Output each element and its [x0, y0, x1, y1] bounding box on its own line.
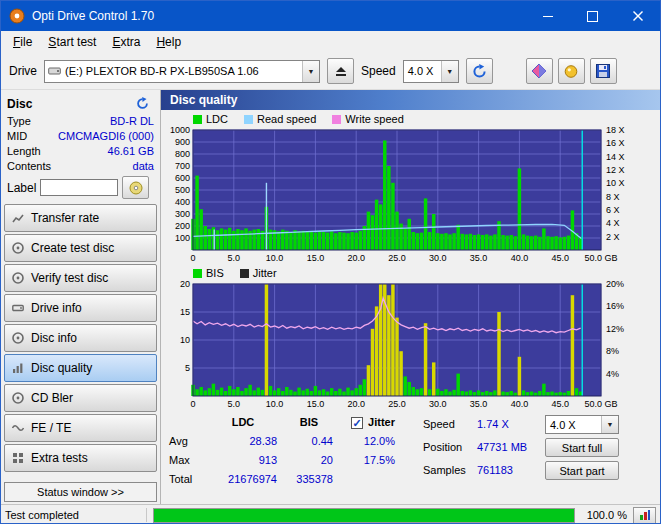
speed-select[interactable]: 4.0 X ▼ [403, 60, 459, 83]
minimize-button[interactable] [525, 1, 570, 31]
svg-text:45.0: 45.0 [551, 253, 569, 263]
status-window-button[interactable]: Status window >> [4, 482, 157, 502]
sidebar-button-label: Create test disc [31, 241, 114, 255]
content-panel: Disc quality LDCRead speedWrite speed 10… [161, 90, 660, 504]
sidebar-button-extra-tests[interactable]: Extra tests [4, 444, 157, 472]
legend-label: Jitter [253, 267, 277, 279]
statusbar: Test completed 100.0 % [1, 504, 660, 524]
stat-row-label: Max [167, 453, 205, 468]
disc-label-input[interactable] [40, 179, 118, 196]
info-value: 46.61 GB [108, 145, 154, 157]
disc-info-length: Length 46.61 GB [4, 144, 157, 159]
start-full-button[interactable]: Start full [545, 438, 619, 457]
current-speed-value: 1.74 X [477, 417, 541, 432]
info-label: Contents [7, 160, 51, 172]
svg-text:25.0: 25.0 [388, 399, 406, 409]
sidebar-button-cd-bler[interactable]: CD Bler [4, 384, 157, 412]
svg-text:12 X: 12 X [606, 165, 625, 175]
drive-icon [48, 65, 61, 77]
statusbar-button[interactable] [633, 507, 656, 524]
disc-refresh-button[interactable] [130, 93, 154, 114]
bis-chart-plot: 51015204%8%12%16%20%05.010.015.020.025.0… [161, 280, 655, 410]
svg-text:10: 10 [180, 335, 190, 345]
svg-text:10.0: 10.0 [266, 253, 284, 263]
disc-section-title: Disc [7, 97, 32, 111]
info-label: Length [7, 145, 41, 157]
svg-text:50.0 GB: 50.0 GB [584, 399, 617, 409]
close-icon [633, 11, 643, 21]
legend-item: Jitter [240, 267, 277, 279]
svg-text:15.0: 15.0 [307, 253, 325, 263]
refresh-icon [136, 97, 149, 110]
jitter-header: ✓ Jitter [337, 415, 399, 430]
start-part-button[interactable]: Start part [545, 461, 619, 480]
sidebar-button-verify-test-disc[interactable]: Verify test disc [4, 264, 157, 292]
position-row-label: Position [423, 440, 473, 455]
titlebar: Opti Drive Control 1.70 [1, 1, 660, 31]
speed-select-value: 4.0 X [404, 65, 441, 77]
sidebar-button-label: CD Bler [31, 391, 73, 405]
sidebar-button-label: Disc quality [31, 361, 92, 375]
sidebar-button-drive-info[interactable]: Drive info [4, 294, 157, 322]
legend-swatch [332, 115, 341, 124]
eject-button[interactable] [327, 58, 354, 84]
sidebar-button-create-test-disc[interactable]: Create test disc [4, 234, 157, 262]
legend-item: BIS [193, 267, 224, 279]
refresh-button[interactable] [466, 58, 493, 84]
progress-percent: 100.0 % [581, 509, 627, 521]
svg-text:10 X: 10 X [606, 178, 625, 188]
options-button[interactable] [558, 58, 585, 84]
close-button[interactable] [615, 1, 660, 31]
legend-swatch [240, 269, 249, 278]
svg-text:50.0 GB: 50.0 GB [584, 253, 617, 263]
svg-text:30.0: 30.0 [429, 253, 447, 263]
svg-text:15.0: 15.0 [307, 399, 325, 409]
chevron-down-icon: ▼ [601, 416, 618, 433]
svg-text:15: 15 [180, 307, 190, 317]
sidebar-button-label: FE / TE [31, 421, 71, 435]
scan-speed-value: 4.0 X [546, 419, 601, 431]
svg-text:20%: 20% [606, 280, 624, 289]
jitter-checkbox[interactable]: ✓ [351, 417, 363, 429]
verify-disc-icon [12, 272, 24, 284]
sidebar-button-transfer-rate[interactable]: Transfer rate [4, 204, 157, 232]
drive-select[interactable]: (E:) PLEXTOR BD-R PX-LB950SA 1.06 ▼ [44, 60, 320, 83]
legend-label: BIS [206, 267, 224, 279]
drive-info-icon [12, 302, 24, 314]
svg-text:20: 20 [180, 280, 190, 289]
erase-disc-button[interactable] [526, 58, 553, 84]
sidebar-button-disc-info[interactable]: Disc info [4, 324, 157, 352]
write-label-button[interactable] [122, 176, 149, 199]
save-results-button[interactable] [590, 58, 617, 84]
svg-text:4 X: 4 X [606, 218, 620, 228]
toolbar: Drive (E:) PLEXTOR BD-R PX-LB950SA 1.06 … [1, 53, 660, 90]
scan-speed-select[interactable]: 4.0 X ▼ [545, 415, 619, 434]
stat-max-bis: 20 [281, 453, 337, 468]
svg-text:0: 0 [190, 253, 195, 263]
refresh-icon [472, 64, 487, 79]
toolbar-right-group [526, 58, 617, 84]
menu-extra[interactable]: Extra [104, 32, 148, 52]
sidebar-button-label: Extra tests [31, 451, 88, 465]
stat-avg-bis: 0.44 [281, 434, 337, 449]
info-value: BD-R DL [110, 115, 154, 127]
svg-text:8 X: 8 X [606, 192, 620, 202]
stat-max-jitter: 17.5% [337, 453, 399, 468]
bis-column-header: BIS [281, 415, 337, 430]
menu-file[interactable]: File [5, 32, 40, 52]
svg-text:8%: 8% [606, 346, 619, 356]
svg-text:300: 300 [175, 209, 190, 219]
options-icon [563, 63, 579, 79]
drive-label: Drive [9, 64, 37, 78]
transfer-rate-icon [12, 212, 24, 224]
menu-start-test[interactable]: Start test [40, 32, 104, 52]
menubar: File Start test Extra Help [1, 31, 660, 53]
disc-info-contents: Contents data [4, 159, 157, 174]
menu-help[interactable]: Help [148, 32, 189, 52]
app-icon [9, 8, 25, 24]
maximize-button[interactable] [570, 1, 615, 31]
sidebar-button-fe-te[interactable]: FE / TE [4, 414, 157, 442]
sidebar-button-disc-quality[interactable]: Disc quality [4, 354, 157, 382]
stat-max-ldc: 913 [205, 453, 281, 468]
save-icon [595, 63, 611, 79]
